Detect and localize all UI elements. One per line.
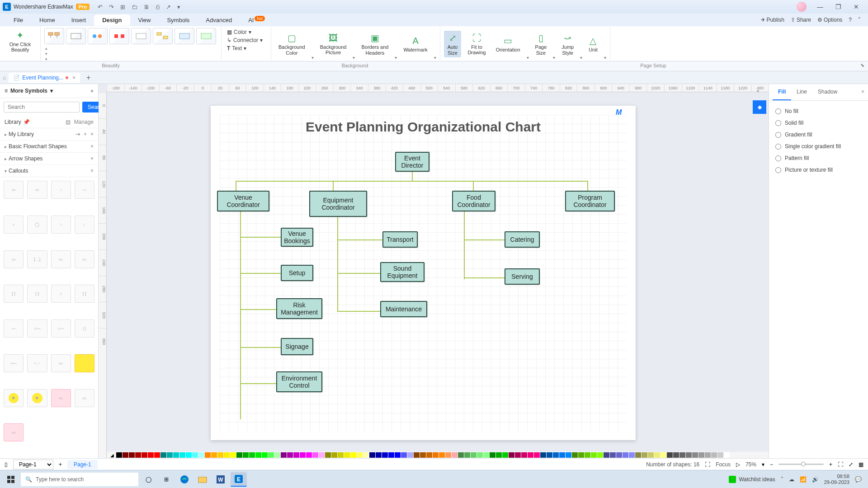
fill-option[interactable]: Gradient fill <box>775 129 862 141</box>
notifications-icon[interactable]: 💬 <box>855 476 862 483</box>
pin-icon[interactable]: 📌 <box>23 119 30 125</box>
color-swatch[interactable] <box>553 452 559 458</box>
more-icon[interactable]: ▾ <box>177 4 180 10</box>
callout-shape[interactable]: ▭ <box>4 250 24 268</box>
color-swatch[interactable] <box>312 452 318 458</box>
color-swatch[interactable] <box>686 452 692 458</box>
focus-label[interactable]: Focus <box>716 461 731 468</box>
expand-icon[interactable]: ▾ <box>5 169 7 174</box>
edrawmax-icon[interactable]: E <box>231 472 247 487</box>
org-box-serving[interactable]: Serving <box>505 268 540 285</box>
color-swatch[interactable] <box>559 452 565 458</box>
color-swatch[interactable] <box>477 452 483 458</box>
close-cat-icon[interactable]: × <box>90 155 94 162</box>
fit-page-icon[interactable]: ⛶ <box>838 461 843 468</box>
taskbar-search[interactable]: 🔍 Type here to search <box>21 473 138 486</box>
zoom-out-button[interactable]: − <box>770 461 773 468</box>
my-library-label[interactable]: My Library <box>9 131 34 137</box>
color-swatch[interactable] <box>230 452 236 458</box>
unit-button[interactable]: △Unit <box>585 33 601 54</box>
page-tab[interactable]: Page-1 <box>67 460 98 469</box>
expand-icon[interactable]: ▸ <box>5 144 7 149</box>
color-swatch[interactable] <box>711 452 717 458</box>
maximize-button[interactable]: ❐ <box>829 3 847 10</box>
color-swatch[interactable] <box>490 452 495 458</box>
fill-option[interactable]: Solid fill <box>775 117 862 129</box>
org-box-signage[interactable]: Signage <box>281 338 313 355</box>
color-swatch[interactable] <box>642 452 647 458</box>
callout-shape[interactable]: ○— <box>27 319 47 338</box>
menu-insert[interactable]: Insert <box>63 14 94 26</box>
menu-ai[interactable]: AIhot <box>240 14 273 26</box>
color-swatch[interactable] <box>445 452 451 458</box>
color-swatch[interactable] <box>331 452 337 458</box>
document-tab[interactable]: 📄 Event Planning... × <box>9 73 80 83</box>
color-swatch[interactable] <box>616 452 622 458</box>
color-swatch[interactable] <box>179 452 185 458</box>
close-tab-icon[interactable]: × <box>72 75 75 81</box>
fill-option[interactable]: Pattern fill <box>775 152 862 164</box>
color-swatch[interactable] <box>509 452 514 458</box>
color-swatch[interactable] <box>547 452 552 458</box>
color-swatch[interactable] <box>585 452 590 458</box>
color-swatch[interactable] <box>433 452 439 458</box>
color-swatch[interactable] <box>673 452 679 458</box>
pagesize-dropdown[interactable]: ▾ <box>553 55 555 60</box>
bg-color-button[interactable]: ▢Background Color <box>275 31 309 57</box>
color-swatch[interactable] <box>338 452 344 458</box>
theme-preset-5[interactable] <box>131 28 151 44</box>
menu-design[interactable]: Design <box>94 14 130 26</box>
expand-right-icon[interactable]: » <box>756 88 765 97</box>
import-icon[interactable]: ⇥ <box>75 131 80 137</box>
color-swatch[interactable] <box>464 452 470 458</box>
color-swatch[interactable] <box>160 452 166 458</box>
callout-shape[interactable]: — <box>75 181 94 199</box>
callout-shape[interactable]: ◯ <box>27 216 47 234</box>
close-panel-icon[interactable]: × <box>861 89 864 95</box>
manage-icon[interactable]: ▤ <box>66 119 71 125</box>
fill-option[interactable]: Single color gradient fill <box>775 141 862 152</box>
tab-fill[interactable]: Fill <box>773 84 791 100</box>
color-swatch[interactable] <box>357 452 363 458</box>
callout-shape-burst[interactable]: ✹ <box>27 389 47 407</box>
symbols-dropdown-icon[interactable]: ▾ <box>50 88 53 94</box>
menu-file[interactable]: File <box>5 14 31 26</box>
color-swatch[interactable] <box>528 452 533 458</box>
color-swatch[interactable] <box>287 452 293 458</box>
one-click-beautify-button[interactable]: ✦ One Click Beautify <box>4 28 37 54</box>
color-swatch[interactable] <box>414 452 420 458</box>
color-swatch[interactable] <box>717 452 723 458</box>
color-swatch[interactable] <box>192 452 198 458</box>
color-swatch[interactable] <box>705 452 711 458</box>
theme-scroll-up[interactable]: ▴ <box>45 46 47 51</box>
org-box-equipment[interactable]: Equipment Coordinator <box>309 191 367 217</box>
bg-picture-dropdown[interactable]: ▾ <box>353 55 355 60</box>
color-swatch[interactable] <box>274 452 280 458</box>
color-swatch[interactable] <box>591 452 597 458</box>
fill-option[interactable]: No fill <box>775 105 862 117</box>
zoom-slider[interactable] <box>778 464 824 465</box>
org-box-director[interactable]: Event Director <box>395 152 429 172</box>
color-swatch[interactable] <box>395 452 401 458</box>
color-swatch[interactable] <box>515 452 521 458</box>
color-swatch[interactable] <box>426 452 432 458</box>
tab-line[interactable]: Line <box>791 84 812 100</box>
color-swatch[interactable] <box>249 452 255 458</box>
org-box-catering[interactable]: Catering <box>505 231 540 248</box>
auto-size-button[interactable]: ⤢Auto Size <box>444 31 462 57</box>
org-box-setup[interactable]: Setup <box>281 265 313 281</box>
color-swatch[interactable] <box>376 452 382 458</box>
color-swatch[interactable] <box>578 452 584 458</box>
color-swatch[interactable] <box>654 452 660 458</box>
callout-shape[interactable]: ○⟋ <box>27 354 47 372</box>
callout-shape[interactable]: ◻ <box>75 319 94 338</box>
watermark-button[interactable]: AWatermark <box>400 34 431 54</box>
add-lib-icon[interactable]: + <box>84 131 87 137</box>
callout-shape[interactable]: [ ] <box>4 285 24 303</box>
theme-scroll-down[interactable]: ▾ <box>45 52 47 56</box>
undo-icon[interactable]: ↶ <box>98 4 103 10</box>
theme-more[interactable]: ▾ <box>45 57 47 61</box>
menu-home[interactable]: Home <box>31 14 63 26</box>
color-swatch[interactable] <box>319 452 325 458</box>
unit-dropdown[interactable]: ▾ <box>604 55 606 60</box>
